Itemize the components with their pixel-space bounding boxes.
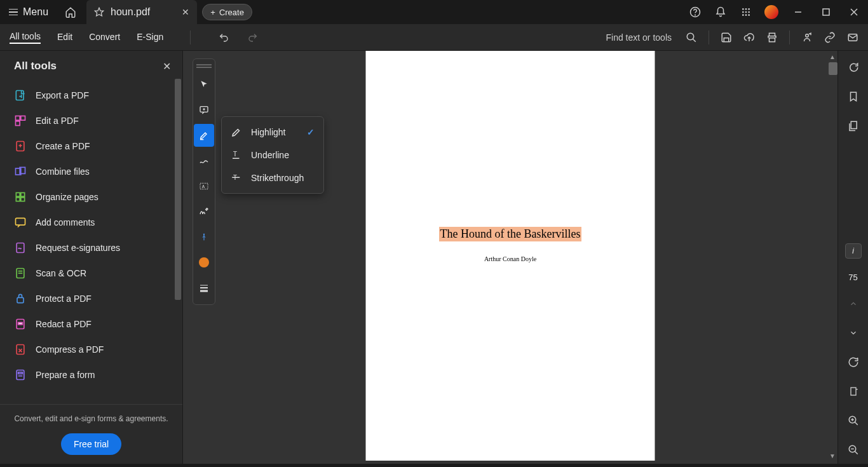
- sidebar-tool-item[interactable]: Edit a PDF: [9, 108, 177, 133]
- sidebar-tool-item[interactable]: Redact a PDF: [9, 311, 177, 337]
- sidebar-tool-item[interactable]: Request e-signatures: [9, 235, 177, 261]
- document-title-highlighted[interactable]: The Hound of the Baskervilles: [439, 227, 582, 241]
- svg-point-5: [748, 8, 750, 10]
- svg-point-9: [742, 14, 744, 16]
- undo-button[interactable]: [217, 32, 230, 43]
- scroll-up-button[interactable]: ▲: [829, 53, 836, 61]
- draw-tool-button[interactable]: [194, 149, 214, 172]
- bookmarks-panel-button[interactable]: [844, 89, 863, 104]
- workspace: All tools ✕ Export a PDFEdit a PDFCreate…: [0, 51, 868, 464]
- redo-button[interactable]: [247, 32, 259, 43]
- apps-button[interactable]: [733, 7, 759, 17]
- sidebar-tool-item[interactable]: Protect a PDF: [9, 286, 177, 311]
- toolbar-tab-all-tools[interactable]: All tools: [10, 31, 41, 44]
- sidebar-scrollbar[interactable]: [173, 79, 182, 404]
- popup-item-highlight[interactable]: Highlight✓: [222, 121, 323, 144]
- canvas-scrollbar[interactable]: ▲ ▼: [829, 53, 837, 460]
- pin-tool-button[interactable]: [194, 226, 214, 248]
- svg-rect-34: [21, 198, 25, 201]
- comments-panel-button[interactable]: [844, 60, 863, 75]
- toolbar-tab-edit[interactable]: Edit: [57, 32, 72, 43]
- page-up-button[interactable]: [844, 296, 863, 311]
- search-label[interactable]: Find text or tools: [606, 32, 672, 43]
- signature-icon: [199, 206, 209, 217]
- search-button[interactable]: [686, 32, 697, 43]
- svg-point-4: [745, 8, 747, 10]
- sidebar-tool-item[interactable]: Create a PDF: [9, 133, 177, 159]
- sidebar-close-button[interactable]: ✕: [163, 60, 171, 72]
- sidebar-tool-item[interactable]: Compress a PDF: [9, 337, 177, 362]
- chevron-down-icon: [849, 328, 858, 337]
- svg-text:A: A: [202, 184, 205, 189]
- page-display-button[interactable]: [844, 384, 863, 399]
- line-thickness-button[interactable]: [194, 276, 214, 299]
- sidebar-scrollbar-thumb[interactable]: [175, 79, 181, 300]
- zoom-in-button[interactable]: [844, 413, 863, 428]
- sidebar-tool-item[interactable]: Combine files: [9, 159, 177, 184]
- search-icon: [686, 32, 697, 43]
- window-close-button[interactable]: [840, 0, 868, 24]
- add-comment-tool-button[interactable]: [194, 98, 214, 121]
- create-button[interactable]: + Create: [202, 4, 252, 20]
- zoom-out-button[interactable]: [844, 442, 863, 457]
- page-display-icon: [848, 386, 858, 397]
- add-text-tool-button[interactable]: A: [194, 175, 214, 198]
- page-down-button[interactable]: [844, 325, 863, 341]
- minimize-icon: [794, 8, 802, 16]
- svg-line-65: [855, 422, 858, 425]
- pdf-page[interactable]: The Hound of the Baskervilles Arthur Con…: [366, 51, 655, 461]
- tool-item-label: Scan & OCR: [36, 268, 86, 278]
- help-button[interactable]: [682, 6, 708, 18]
- popup-item-label: Highlight: [251, 127, 285, 137]
- notifications-button[interactable]: [708, 6, 733, 18]
- sidebar-tool-item[interactable]: Scan & OCR: [9, 261, 177, 286]
- right-navigation-rail: i 75: [837, 51, 868, 464]
- highlight-tool-button[interactable]: [194, 124, 214, 147]
- popup-item-label: Underline: [251, 150, 289, 160]
- tab-close-button[interactable]: ✕: [182, 7, 189, 17]
- sidebar-tool-item[interactable]: Organize pages: [9, 184, 177, 210]
- rotate-button[interactable]: [844, 355, 863, 370]
- tool-icon: [14, 318, 27, 330]
- canvas-scrollbar-thumb[interactable]: [829, 62, 837, 75]
- sidebar-tool-item[interactable]: Add comments: [9, 210, 177, 235]
- share-button[interactable]: [801, 32, 813, 43]
- account-button[interactable]: [759, 5, 784, 19]
- window-minimize-button[interactable]: [784, 0, 812, 24]
- popup-item-strikethrough[interactable]: TStrikethrough: [222, 166, 323, 189]
- document-author[interactable]: Arthur Conan Doyle: [484, 255, 536, 262]
- selection-tool-button[interactable]: [194, 73, 214, 96]
- window-maximize-button[interactable]: [812, 0, 840, 24]
- svg-line-17: [693, 39, 696, 42]
- toolbar-tab-convert[interactable]: Convert: [89, 32, 120, 43]
- popup-item-underline[interactable]: TUnderline: [222, 144, 323, 166]
- document-tab[interactable]: houn.pdf ✕: [86, 0, 197, 24]
- annotation-toolbar[interactable]: A: [193, 58, 215, 305]
- scroll-down-button[interactable]: ▼: [829, 452, 836, 460]
- print-button[interactable]: [766, 32, 778, 43]
- svg-rect-22: [16, 91, 24, 100]
- sidebar-tool-item[interactable]: Export a PDF: [9, 83, 177, 108]
- close-icon: [850, 8, 858, 16]
- sign-tool-button[interactable]: [194, 200, 214, 223]
- menu-button[interactable]: Menu: [0, 0, 57, 24]
- document-canvas[interactable]: The Hound of the Baskervilles Arthur Con…: [183, 51, 837, 464]
- save-button[interactable]: [721, 32, 732, 43]
- link-button[interactable]: [824, 32, 836, 43]
- current-page-input[interactable]: i: [845, 243, 862, 259]
- email-button[interactable]: [847, 32, 858, 43]
- draw-icon: [199, 156, 209, 166]
- toolbar-grip[interactable]: [196, 64, 212, 68]
- color-picker-button[interactable]: [194, 251, 214, 274]
- upload-button[interactable]: [743, 32, 755, 43]
- pin-icon: [200, 233, 208, 241]
- toolbar-tab-esign[interactable]: E-Sign: [137, 32, 163, 43]
- sidebar-tool-list[interactable]: Export a PDFEdit a PDFCreate a PDFCombin…: [0, 79, 182, 404]
- thumbnails-panel-button[interactable]: [844, 118, 863, 133]
- apps-icon: [741, 7, 751, 17]
- home-button[interactable]: [57, 0, 84, 24]
- rotate-icon: [848, 356, 859, 368]
- free-trial-button[interactable]: Free trial: [61, 433, 121, 455]
- sidebar-tool-item[interactable]: Prepare a form: [9, 362, 177, 388]
- print-icon: [766, 32, 778, 43]
